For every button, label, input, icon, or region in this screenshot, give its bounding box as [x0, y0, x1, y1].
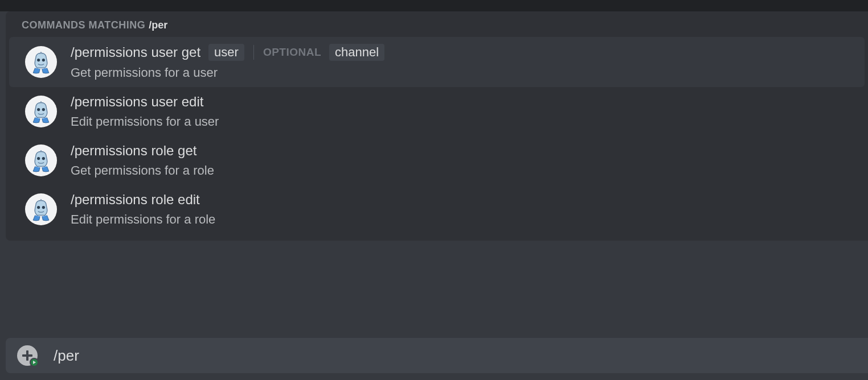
svg-point-7: [37, 157, 40, 160]
command-content: /permissions user editEdit permissions f…: [71, 94, 857, 129]
command-description: Edit permissions for a role: [71, 212, 857, 227]
command-description: Get permissions for a role: [71, 163, 857, 178]
message-input-bar[interactable]: /per: [6, 338, 868, 373]
window-backdrop: [0, 0, 868, 11]
command-param: channel: [329, 44, 384, 61]
header-label: COMMANDS MATCHING: [22, 19, 145, 31]
command-title-row: /permissions role get: [71, 143, 857, 159]
bot-avatar-icon: [26, 146, 56, 175]
message-input[interactable]: /per: [54, 347, 857, 365]
command-description: Edit permissions for a user: [71, 114, 857, 129]
command-content: /permissions user getuserOPTIONALchannel…: [71, 44, 857, 80]
svg-point-10: [37, 206, 40, 209]
svg-point-11: [42, 206, 45, 209]
command-option[interactable]: /permissions role editEdit permissions f…: [9, 185, 865, 234]
svg-point-8: [42, 157, 45, 160]
command-title-row: /permissions user getuserOPTIONALchannel: [71, 44, 857, 61]
apps-badge-icon: [30, 358, 39, 367]
command-autocomplete-panel: COMMANDS MATCHING /per /permissions user…: [6, 11, 868, 241]
optional-divider: [253, 45, 254, 60]
attach-button[interactable]: [17, 345, 38, 366]
command-option[interactable]: /permissions user getuserOPTIONALchannel…: [9, 37, 865, 87]
bot-avatar-icon: [26, 97, 56, 126]
bot-avatar: [25, 193, 57, 225]
command-content: /permissions role getGet permissions for…: [71, 143, 857, 178]
command-description: Get permissions for a user: [71, 65, 857, 80]
command-param: user: [208, 44, 244, 61]
optional-label: OPTIONAL: [263, 46, 321, 59]
command-option[interactable]: /permissions user editEdit permissions f…: [9, 87, 865, 136]
command-option[interactable]: /permissions role getGet permissions for…: [9, 136, 865, 185]
command-title-row: /permissions user edit: [71, 94, 857, 110]
bot-avatar: [25, 46, 57, 78]
header-query: /per: [149, 19, 167, 31]
command-content: /permissions role editEdit permissions f…: [71, 192, 857, 227]
command-list: /permissions user getuserOPTIONALchannel…: [6, 37, 868, 234]
command-name: /permissions role get: [71, 143, 196, 159]
command-name: /permissions role edit: [71, 192, 200, 208]
svg-point-1: [37, 59, 40, 61]
command-title-row: /permissions role edit: [71, 192, 857, 208]
bot-avatar: [25, 96, 57, 127]
command-name: /permissions user get: [71, 44, 200, 60]
svg-point-5: [42, 108, 45, 111]
autocomplete-header: COMMANDS MATCHING /per: [6, 11, 868, 37]
command-name: /permissions user edit: [71, 94, 203, 110]
svg-point-2: [42, 59, 45, 61]
svg-point-4: [37, 108, 40, 111]
bot-avatar: [25, 144, 57, 176]
bot-avatar-icon: [26, 195, 56, 224]
bot-avatar-icon: [26, 47, 56, 77]
